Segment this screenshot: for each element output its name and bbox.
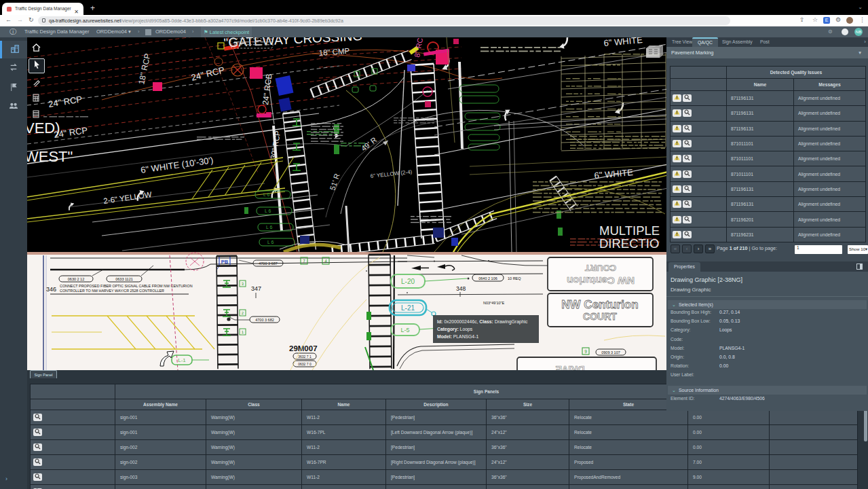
svg-text:6" WHITE: 6" WHITE [594, 167, 634, 181]
svg-text:DIRECTIO: DIRECTIO [599, 236, 659, 251]
svg-text:0633 1121: 0633 1121 [115, 277, 133, 281]
svg-text:7: 7 [303, 259, 305, 264]
svg-text:4: 4 [324, 259, 327, 264]
svg-text:8" RC: 8" RC [413, 37, 424, 58]
svg-text:6" WHITE (10'-30'): 6" WHITE (10'-30') [140, 155, 214, 175]
svg-text:10 REQ: 10 REQ [508, 276, 521, 280]
svg-text:DRIVE: DRIVE [556, 364, 585, 370]
svg-text:4700 3 687: 4700 3 687 [259, 261, 278, 266]
svg-text:6" WHITE: 6" WHITE [603, 37, 643, 48]
svg-text:MULTIPLE: MULTIPLE [599, 223, 660, 238]
svg-text:NW Centurion: NW Centurion [561, 298, 638, 311]
svg-text:2: 2 [242, 311, 244, 315]
svg-text:CONNECT PROPOSED FIBER OPTIC S: CONNECT PROPOSED FIBER OPTIC SIGNAL CABL… [60, 284, 193, 288]
svg-text:347: 347 [251, 285, 261, 292]
svg-text:0640 2 106: 0640 2 106 [478, 276, 497, 280]
svg-text:L 6: L 6 [263, 192, 270, 197]
svg-text:L-5: L-5 [400, 327, 409, 333]
svg-text:L 6: L 6 [266, 225, 273, 230]
svg-text:24" RCB: 24" RCB [261, 73, 274, 106]
svg-text:4700 3 682: 4700 3 682 [255, 318, 274, 322]
svg-text:9: 9 [584, 349, 587, 354]
svg-text:N03°49'10"E: N03°49'10"E [483, 301, 505, 305]
svg-text:WEST": WEST" [27, 148, 73, 165]
svg-text:0630 2 12: 0630 2 12 [68, 277, 84, 281]
svg-text:30" RCP: 30" RCP [269, 130, 282, 160]
svg-text:L-21: L-21 [401, 304, 415, 312]
svg-text:3: 3 [242, 282, 244, 286]
svg-text:COURT: COURT [583, 311, 617, 322]
svg-text:L-20: L-20 [401, 278, 415, 285]
svg-text:6" YELLOW (2-4): 6" YELLOW (2-4) [370, 169, 413, 179]
svg-text:0909 3 107: 0909 3 107 [601, 350, 620, 355]
svg-text:COURT: COURT [585, 263, 616, 273]
svg-text:1: 1 [242, 330, 244, 334]
svg-text:3632 7 1: 3632 7 1 [298, 355, 312, 359]
svg-text:348: 348 [456, 285, 466, 292]
svg-text:PB: PB [221, 259, 229, 265]
svg-text:CONTROLLER TO NW HARVEY WAY/CR: CONTROLLER TO NW HARVEY WAY/CR 2528 CONT… [60, 289, 164, 293]
svg-text:2-6" YELLOW: 2-6" YELLOW [103, 190, 153, 205]
svg-text:24" RCP: 24" RCP [190, 65, 225, 83]
svg-text:24" RCP: 24" RCP [48, 94, 83, 109]
svg-text:L 6: L 6 [267, 240, 274, 244]
svg-text:49' R: 49' R [360, 135, 378, 152]
svg-text:NW Centurion: NW Centurion [567, 275, 635, 287]
svg-text:L 6: L 6 [265, 209, 271, 213]
svg-text:0632 7 0: 0632 7 0 [298, 362, 312, 366]
svg-text:346: 346 [46, 286, 56, 293]
svg-text:L-1: L-1 [178, 357, 186, 363]
